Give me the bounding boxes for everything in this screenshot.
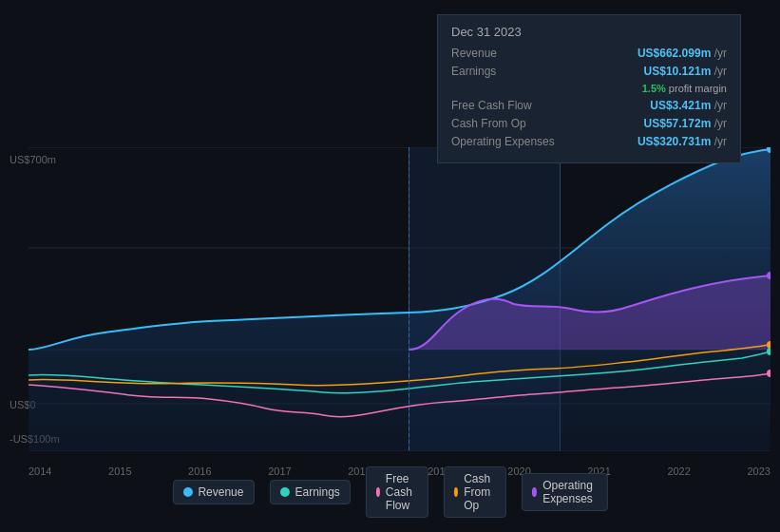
legend-label-earnings: Earnings (295, 485, 339, 499)
legend: Revenue Earnings Free Cash Flow Cash Fro… (172, 466, 607, 518)
tooltip-earnings-label: Earnings (451, 65, 575, 78)
legend-label-cash-from-op: Cash From Op (464, 472, 496, 512)
tooltip-margin-value: 1.5% profit margin (642, 83, 727, 94)
legend-item-earnings[interactable]: Earnings (269, 480, 350, 504)
legend-label-revenue: Revenue (198, 485, 243, 499)
tooltip-date: Dec 31 2023 (451, 25, 727, 39)
legend-dot-opex (532, 487, 537, 497)
x-label-2014: 2014 (29, 466, 51, 477)
tooltip-opex-row: Operating Expenses US$320.731m /yr (451, 135, 727, 148)
tooltip-earnings-row: Earnings US$10.121m /yr (451, 65, 727, 78)
legend-dot-earnings (279, 487, 289, 497)
tooltip-fcf-value: US$3.421m /yr (650, 99, 727, 112)
legend-item-opex[interactable]: Operating Expenses (522, 473, 608, 511)
legend-dot-cash-from-op (454, 487, 458, 497)
x-label-2015: 2015 (108, 466, 131, 477)
tooltip-revenue-row: Revenue US$662.099m /yr (451, 47, 727, 60)
legend-item-fcf[interactable]: Free Cash Flow (366, 466, 428, 518)
tooltip-fcf-label: Free Cash Flow (451, 99, 575, 112)
chart-container: Dec 31 2023 Revenue US$662.099m /yr Earn… (0, 0, 780, 532)
legend-dot-fcf (376, 487, 380, 497)
tooltip-opex-label: Operating Expenses (451, 135, 575, 148)
tooltip-opex-value: US$320.731m /yr (637, 135, 727, 148)
legend-label-opex: Operating Expenses (542, 479, 597, 505)
tooltip-revenue-label: Revenue (451, 47, 575, 60)
x-label-2023: 2023 (747, 466, 770, 477)
tooltip-cashop-row: Cash From Op US$57.172m /yr (451, 117, 727, 130)
legend-label-fcf: Free Cash Flow (386, 472, 418, 512)
legend-dot-revenue (182, 487, 192, 497)
tooltip-box: Dec 31 2023 Revenue US$662.099m /yr Earn… (437, 14, 741, 163)
tooltip-fcf-row: Free Cash Flow US$3.421m /yr (451, 99, 727, 112)
legend-item-cash-from-op[interactable]: Cash From Op (444, 466, 506, 518)
tooltip-margin-row: 1.5% profit margin (451, 83, 727, 94)
tooltip-earnings-value: US$10.121m /yr (644, 65, 727, 78)
x-label-2022: 2022 (667, 466, 690, 477)
chart-svg (29, 147, 770, 451)
tooltip-revenue-value: US$662.099m /yr (637, 47, 727, 60)
legend-item-revenue[interactable]: Revenue (172, 480, 254, 504)
tooltip-cashop-label: Cash From Op (451, 117, 575, 130)
tooltip-cashop-value: US$57.172m /yr (644, 117, 727, 130)
